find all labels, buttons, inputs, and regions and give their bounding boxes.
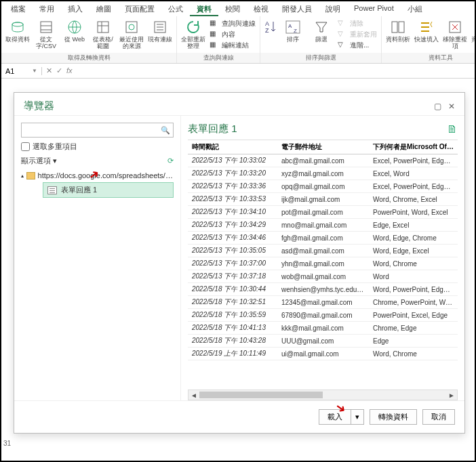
- link-icon: ▦: [210, 30, 219, 39]
- scroll-right-icon[interactable]: ►: [446, 392, 457, 399]
- ribbon-tab[interactable]: 資料: [190, 1, 218, 16]
- ribbon-tab[interactable]: 常用: [33, 1, 61, 16]
- scroll-thumb[interactable]: [199, 392, 323, 398]
- group-label: 取得及轉換資料: [1, 53, 176, 63]
- nav-panel: 🔍 選取多重項目 顯示選項 ▾ ⟳ ▴ https://docs.google.…: [14, 116, 181, 400]
- chevron-down-icon: ▼: [32, 68, 37, 74]
- tree-root[interactable]: ▴ https://docs.google.com/spreadsheets/d…: [21, 170, 174, 181]
- fx-icon[interactable]: fx: [66, 66, 73, 75]
- ribbon-button[interactable]: 從表格/範圍: [90, 18, 117, 51]
- column-header[interactable]: 電子郵件地址: [277, 140, 369, 154]
- ribbon-small-item[interactable]: ▦編輯連結: [210, 41, 256, 50]
- ribbon-tabs: 檔案常用插入繪圖頁面配置公式資料校閱檢視開發人員說明Power Pivot小組: [1, 1, 475, 16]
- search-input[interactable]: [24, 126, 161, 134]
- data-source-icon: [123, 19, 140, 35]
- cancel-button[interactable]: 取消: [422, 409, 455, 425]
- ribbon-small-item[interactable]: ▽進階...: [338, 41, 377, 50]
- ribbon-tab[interactable]: 頁面配置: [118, 1, 161, 16]
- transform-button[interactable]: 轉換資料: [370, 409, 417, 425]
- ribbon-tab[interactable]: 插入: [61, 1, 90, 16]
- ribbon-button[interactable]: 從 Web: [61, 18, 88, 45]
- table-row[interactable]: 2022/5/13 下午 10:35:05asd@mail.gmail.comW…: [188, 245, 458, 257]
- refresh-all-button[interactable]: 全部重新整理: [180, 18, 207, 51]
- table-row[interactable]: 2022/5/18 下午 10:35:5967890@mail.gmail.co…: [188, 309, 458, 322]
- nav-search[interactable]: 🔍: [21, 123, 174, 138]
- table-row[interactable]: 2022/5/13 下午 10:33:36opq@mail.gmail.comE…: [188, 180, 458, 193]
- ribbon-tab[interactable]: 檔案: [4, 1, 33, 16]
- filter-action-icon: ▽: [338, 30, 347, 39]
- sort-az-icon: AZ: [262, 19, 279, 35]
- table-row[interactable]: 2022/5/13 下午 10:34:29mno@mail.gmail.comE…: [188, 219, 458, 232]
- filter-button[interactable]: 篩選: [308, 18, 335, 45]
- ribbon-button[interactable]: 現有連線: [146, 18, 174, 45]
- table-row[interactable]: 2022/5/13 下午 10:33:20xyz@mail.gmail.comE…: [188, 167, 458, 180]
- dialog-footer: ➜ 載入 ▾ 轉換資料 取消: [14, 400, 464, 433]
- ribbon-tab[interactable]: Power Pivot: [347, 1, 401, 16]
- svg-rect-12: [392, 22, 397, 33]
- column-header[interactable]: 下列何者是Microsoft Office軟體？: [369, 140, 458, 154]
- ribbon-tab[interactable]: 說明: [319, 1, 347, 16]
- table-row[interactable]: 2022/5/13 下午 10:37:18wob@mail.gmail.comW…: [188, 270, 458, 283]
- group-queries: 全部重新整理 ▦查詢與連線▦內容▦編輯連結 查詢與連線: [177, 16, 260, 63]
- ribbon-tab[interactable]: 繪圖: [90, 1, 118, 16]
- table-row[interactable]: 2022/5/13 下午 10:33:02abc@mail.gmail.comE…: [188, 154, 458, 167]
- load-dropdown-button[interactable]: ▾: [351, 409, 364, 425]
- table-row[interactable]: 2022/5/13 下午 10:34:10pot@mail.gmail.comP…: [188, 206, 458, 219]
- data-source-icon: [9, 19, 26, 35]
- table-row[interactable]: 2022/5/18 下午 10:41:13kkk@mail.gmail.comC…: [188, 322, 458, 335]
- sort-az-button[interactable]: AZ: [263, 18, 278, 38]
- ribbon-button[interactable]: 最近使用的來源: [118, 18, 145, 51]
- preview-table: 時間戳記電子郵件地址下列何者是Microsoft Office軟體？ 2022/…: [188, 140, 458, 360]
- ribbon-button[interactable]: 移除重複項: [441, 18, 469, 51]
- ribbon-small-item[interactable]: ▦查詢與連線: [210, 19, 256, 28]
- display-options-dropdown[interactable]: 顯示選項 ▾: [21, 156, 57, 166]
- column-header[interactable]: 時間戳記: [188, 140, 277, 154]
- table-row[interactable]: 2022/5/18 下午 10:43:28UUU@gmail.comEdge: [188, 335, 458, 348]
- confirm-icon[interactable]: ✓: [56, 66, 62, 75]
- ribbon-small-item[interactable]: ▦內容: [210, 30, 256, 39]
- ribbon-button[interactable]: 資料驗證: [470, 18, 476, 45]
- multi-select-checkbox[interactable]: 選取多重項目: [21, 142, 174, 152]
- ribbon-tab[interactable]: 開發人員: [275, 1, 319, 16]
- formula-bar: A1▼ ✕ ✓ fx: [1, 64, 475, 79]
- svg-text:A: A: [288, 23, 292, 29]
- table-row[interactable]: 2022/5/13 下午 10:34:46fgh@mail.gmail.comW…: [188, 232, 458, 245]
- close-icon[interactable]: ✕: [448, 102, 455, 111]
- ribbon-tab[interactable]: 校閱: [218, 1, 247, 16]
- preview-panel: 表單回應 1 🗎 時間戳記電子郵件地址下列何者是Microsoft Office…: [181, 116, 464, 400]
- refresh-tree-icon[interactable]: ⟳: [167, 156, 174, 165]
- table-row[interactable]: 2022/5/13 下午 10:37:00yhn@mail.gmail.comW…: [188, 257, 458, 270]
- table-row[interactable]: 2022/5/19 上午 10:11:49ui@mail.gmail.comWo…: [188, 348, 458, 360]
- tree-leaf-selected[interactable]: 表單回應 1: [43, 182, 174, 198]
- load-button[interactable]: 載入: [319, 409, 351, 425]
- row-number: 31: [3, 440, 11, 447]
- group-sort-filter: AZ AZ 排序 篩選 ▽清除▽重新套用▽進階... 排序與篩選: [260, 16, 382, 63]
- sort-button[interactable]: AZ 排序: [279, 18, 306, 45]
- preview-title: 表單回應 1: [188, 123, 237, 135]
- data-source-icon: [38, 19, 54, 35]
- nav-tree: ▴ https://docs.google.com/spreadsheets/d…: [21, 170, 174, 198]
- ribbon-button[interactable]: 資料剖析: [384, 18, 412, 45]
- filter-action-icon: ▽: [338, 41, 347, 50]
- ribbon-tab[interactable]: 檢視: [247, 1, 275, 16]
- horizontal-scrollbar[interactable]: ◄ ►: [188, 390, 458, 400]
- table-row[interactable]: 2022/5/18 下午 10:30:44wenhsien@ymhs.tyc.e…: [188, 283, 458, 296]
- table-row[interactable]: 2022/5/18 下午 10:32:5112345@mail.gmail.co…: [188, 296, 458, 309]
- preview-refresh-icon[interactable]: 🗎: [447, 123, 458, 135]
- cancel-icon[interactable]: ✕: [46, 66, 52, 75]
- ribbon-button[interactable]: 從文字/CSV: [33, 18, 60, 51]
- table-row[interactable]: 2022/5/13 下午 10:33:53ijk@mail.gmail.comW…: [188, 193, 458, 206]
- ribbon-button[interactable]: 快速填入: [413, 18, 440, 45]
- ribbon-tab[interactable]: 小組: [401, 1, 429, 16]
- scroll-left-icon[interactable]: ◄: [189, 392, 199, 399]
- svg-rect-3: [98, 22, 108, 33]
- svg-point-5: [129, 24, 134, 30]
- name-box[interactable]: A1▼: [1, 67, 42, 75]
- ribbon-tab[interactable]: 公式: [161, 1, 190, 16]
- ribbon-button[interactable]: 取得資料: [4, 18, 31, 45]
- collapse-icon[interactable]: ▴: [21, 173, 24, 179]
- link-icon: ▦: [210, 19, 219, 28]
- group-get-data: 取得資料從文字/CSV從 Web從表格/範圍最近使用的來源現有連線 取得及轉換資…: [1, 16, 177, 63]
- restore-icon[interactable]: ▢: [434, 102, 441, 111]
- sheet-icon: [47, 186, 57, 194]
